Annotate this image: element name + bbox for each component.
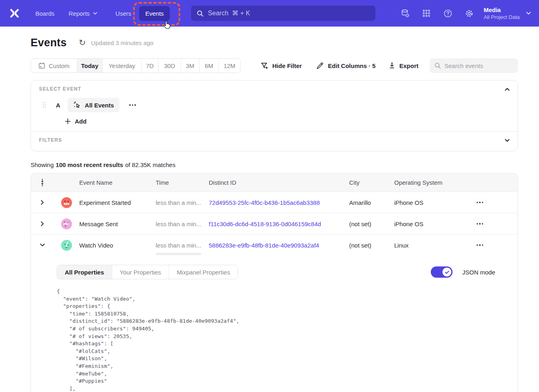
date-range-3m[interactable]: 3M [181,59,199,72]
results-summary: Showing 100 most recent results of 82.35… [31,161,518,168]
date-range-custom[interactable]: Custom [31,59,77,72]
event-selector-chip[interactable]: All Events [68,98,120,112]
hide-filter-button[interactable]: Hide Filter [261,62,302,70]
date-range-yesterday[interactable]: Yesterday [102,59,141,72]
search-icon [197,10,204,17]
results-prefix: Showing [31,161,54,168]
event-avatar [61,219,72,229]
apps-grid-icon[interactable] [422,8,431,18]
row-more-options-icon[interactable] [465,221,494,227]
date-range-label: 6M [205,62,213,69]
collapse-all-rows-icon[interactable]: ↓↑ [40,179,44,187]
drag-handle-icon[interactable] [42,102,47,108]
date-range-today[interactable]: Today [77,59,102,72]
event-name-cell: Message Sent [79,221,156,227]
table-row[interactable]: Message Sent less than a min... f11c30d6… [31,213,518,234]
os-cell: iPhone OS [394,199,465,206]
date-range-control: Custom Today Yesterday 7D 30D 3M 6M 12M [31,58,241,73]
project-name: Media [483,6,520,14]
project-selector[interactable]: Media All Project Data [483,6,520,21]
mixpanel-logo-icon[interactable] [8,7,21,20]
hide-filter-label: Hide Filter [272,62,302,69]
column-header-event-name: Event Name [79,179,156,186]
help-icon[interactable] [443,8,453,18]
event-name-cell: Experiment Started [79,199,156,206]
event-avatar [61,197,72,208]
tab-your-properties[interactable]: Your Properties [112,265,169,279]
distinct-id-link[interactable]: 72d49553-25fc-4f0c-b436-1b5ac6ab3388 [209,199,349,206]
expand-row-chevron-icon[interactable] [31,200,53,205]
nav-item-boards[interactable]: Boards [35,10,55,17]
expanded-row-detail: All Properties Your Properties Mixpanel … [31,256,518,392]
select-event-label: SELECT EVENT [39,86,510,92]
calendar-icon [38,62,45,69]
expand-row-chevron-icon[interactable] [31,221,53,226]
date-range-12m[interactable]: 12M [218,59,240,72]
table-row[interactable]: Watch Video less than a min... 5886283e-… [31,234,518,256]
os-cell: iPhone OS [394,221,465,227]
check-icon [445,270,449,274]
row-more-options-icon[interactable] [465,199,494,205]
cursor-sparkle-icon [73,101,81,109]
events-table: ↓↑ Event Name Time Distinct ID City Oper… [31,173,518,392]
settings-gear-icon[interactable] [464,8,474,18]
toggle-knob [442,268,451,276]
results-count: 100 most recent results [56,161,123,168]
global-search-input[interactable] [208,10,370,17]
plus-icon [65,118,71,124]
json-mode-toggle[interactable] [431,266,453,278]
column-header-city: City [349,179,394,186]
row-more-options-icon[interactable] [465,242,494,248]
search-events-box[interactable] [430,58,518,73]
time-cell: less than a min... [156,199,209,206]
updated-timestamp: Updated 3 minutes ago [91,39,153,46]
select-event-section: SELECT EVENT A [31,80,518,131]
filters-section: FILTERS [31,132,518,151]
tab-mixpanel-properties[interactable]: Mixpanel Properties [169,265,238,279]
table-header-row: ↓↑ Event Name Time Distinct ID City Oper… [31,173,518,192]
date-range-7d[interactable]: 7D [141,59,158,72]
download-icon [389,62,395,69]
refresh-icon[interactable]: ↻ [79,39,86,47]
collapse-row-chevron-icon[interactable] [31,243,53,248]
page-title: Events [31,37,67,49]
time-cell: less than a min... [156,242,209,249]
city-cell: Amarillo [349,199,394,206]
data-management-icon[interactable] [400,8,410,18]
distinct-id-link[interactable]: f11c30d6-dc6d-4518-9136-0d046159c84d [209,221,349,227]
chevron-down-icon [93,12,97,15]
edit-columns-button[interactable]: Edit Columns · 5 [316,62,375,70]
column-header-time: Time [156,179,209,186]
city-cell: (not set) [349,221,394,227]
tab-all-properties[interactable]: All Properties [57,265,112,279]
date-range-30d[interactable]: 30D [158,59,181,72]
distinct-id-link[interactable]: 5886283e-e9fb-48fb-81de-40e9093a2af4 [209,242,349,249]
nav-item-users[interactable]: Users [115,10,131,17]
project-scope: All Project Data [483,14,520,21]
export-label: Export [399,62,419,69]
time-column-scrollbar[interactable] [156,253,201,255]
export-button[interactable]: Export [389,62,419,69]
date-range-label: 12M [224,62,235,69]
nav-users-label: Users [115,10,131,17]
column-header-distinct-id: Distinct ID [209,179,349,186]
global-search[interactable] [191,6,375,21]
event-row-letter: A [56,102,60,109]
table-row[interactable]: Experiment Started less than a min... 72… [31,192,518,213]
project-chevron-down-icon[interactable] [526,12,531,15]
add-event-button[interactable]: Add [65,118,510,125]
filters-label: FILTERS [39,137,510,143]
funnel-plus-icon [261,62,268,70]
cursor-pointer-icon [163,21,171,30]
search-events-input[interactable] [444,62,513,69]
date-range-label: Custom [49,62,70,69]
nav-item-events[interactable]: Events [139,6,170,21]
event-more-options-icon[interactable] [126,102,139,108]
expand-filters-chevron-down-icon[interactable] [503,136,511,144]
query-builder-card: SELECT EVENT A [31,80,518,151]
add-label: Add [75,118,86,125]
date-range-label: 30D [164,62,175,69]
nav-item-reports[interactable]: Reports [69,10,98,17]
collapse-section-chevron-up-icon[interactable] [503,85,511,93]
date-range-6m[interactable]: 6M [199,59,218,72]
